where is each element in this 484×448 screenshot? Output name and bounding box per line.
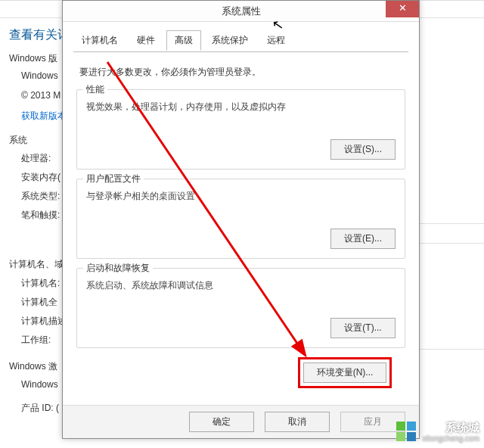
bg-section-windows: Windows 版 — [9, 52, 57, 65]
group-startup-desc: 系统启动、系统故障和调试信息 — [86, 279, 396, 292]
env-highlight-box: 环境变量(N)... — [298, 357, 392, 388]
watermark-en: xitongcheng.com — [422, 434, 479, 443]
bg-line-cpu: 处理器: — [21, 152, 51, 165]
group-performance: 性能 视觉效果，处理器计划，内存使用，以及虚拟内存 设置(S)... — [76, 89, 405, 170]
group-performance-desc: 视觉效果，处理器计划，内存使用，以及虚拟内存 — [86, 101, 396, 114]
tab-computer-name[interactable]: 计算机名 — [73, 30, 126, 50]
settings-startup-button[interactable]: 设置(T)... — [330, 318, 396, 338]
group-user-profile-desc: 与登录帐户相关的桌面设置 — [86, 190, 396, 203]
group-user-profile: 用户配置文件 与登录帐户相关的桌面设置 设置(E)... — [76, 179, 405, 259]
bg-line-pen: 笔和触摸: — [21, 209, 60, 222]
dialog-titlebar[interactable]: 系统属性 ✕ — [63, 1, 419, 22]
settings-performance-button[interactable]: 设置(S)... — [330, 139, 396, 160]
group-startup-title: 启动和故障恢复 — [83, 262, 153, 275]
dialog-title: 系统属性 — [222, 5, 261, 17]
tab-row: 计算机名 硬件 高级 系统保护 远程 — [73, 30, 408, 52]
bg-link-getnew[interactable]: 获取新版本 — [21, 110, 67, 123]
close-button[interactable]: ✕ — [386, 1, 419, 17]
bg-line-winact: Windows — [21, 379, 58, 390]
bg-line-product: 产品 ID: ( — [21, 402, 59, 415]
cancel-button[interactable]: 取消 — [265, 412, 330, 432]
intro-text: 要进行大多数更改，你必须作为管理员登录。 — [79, 66, 405, 79]
bg-line-compfull: 计算机全 — [21, 296, 57, 309]
bg-section-system: 系统 — [9, 134, 27, 147]
bg-line-workgroup: 工作组: — [21, 334, 51, 347]
tab-remote[interactable]: 远程 — [259, 30, 293, 50]
watermark-logo-icon — [396, 422, 417, 443]
bg-heading: 查看有关计 — [9, 27, 70, 43]
dialog-footer: 确定 取消 应月 — [63, 405, 419, 438]
watermark-cn: 系统城 — [445, 421, 479, 434]
bg-line-systype: 系统类型: — [21, 190, 60, 203]
env-row: 环境变量(N)... — [76, 357, 405, 388]
close-icon: ✕ — [399, 2, 407, 14]
bg-line-compdesc: 计算机描述 — [21, 315, 67, 328]
tab-advanced[interactable]: 高级 — [166, 30, 201, 51]
bg-line-win: Windows — [21, 70, 58, 81]
apply-button[interactable]: 应月 — [340, 412, 405, 432]
tab-hardware[interactable]: 硬件 — [129, 30, 163, 50]
watermark: 系统城 xitongcheng.com — [396, 421, 479, 443]
bg-section-activate: Windows 激 — [9, 360, 57, 373]
dialog-content: 要进行大多数更改，你必须作为管理员登录。 性能 视觉效果，处理器计划，内存使用，… — [63, 52, 419, 388]
group-startup-recovery: 启动和故障恢复 系统启动、系统故障和调试信息 设置(T)... — [76, 268, 405, 348]
system-properties-dialog: 系统属性 ✕ 计算机名 硬件 高级 系统保护 远程 要进行大多数更改，你必须作为… — [62, 0, 420, 439]
group-performance-title: 性能 — [83, 83, 107, 96]
bg-line-compname: 计算机名: — [21, 277, 60, 290]
group-user-profile-title: 用户配置文件 — [83, 173, 144, 185]
bg-line-ram: 安装内存( — [21, 171, 60, 184]
environment-variables-button[interactable]: 环境变量(N)... — [303, 362, 386, 383]
ok-button[interactable]: 确定 — [189, 412, 254, 432]
settings-profile-button[interactable]: 设置(E)... — [330, 229, 396, 249]
bg-line-copyright: © 2013 M — [21, 90, 60, 101]
tab-system-protection[interactable]: 系统保护 — [203, 30, 256, 50]
bg-section-name: 计算机名、域 — [9, 258, 64, 271]
